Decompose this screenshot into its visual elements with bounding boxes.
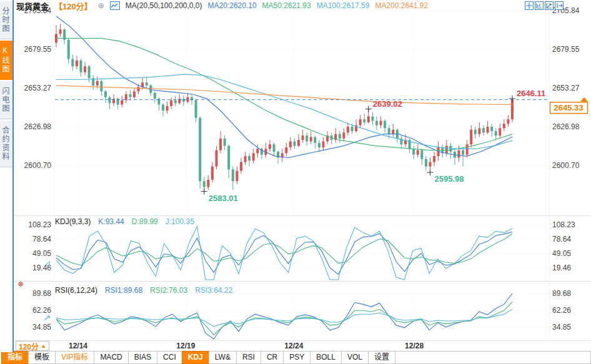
j-line [56, 227, 512, 280]
candle [227, 146, 230, 170]
detach-window-icon[interactable] [555, 1, 564, 10]
ind-tick-left: 49.05 [32, 249, 51, 258]
candle [449, 146, 452, 152]
date-label: 12/14 [64, 342, 92, 350]
pan-icon[interactable] [525, 1, 534, 10]
period-label: 120分 [19, 341, 39, 352]
price-up-arrow-icon [580, 97, 588, 102]
ma-settings-label[interactable]: MA(20,50,100,200,0,0) [126, 1, 202, 10]
tab-cr[interactable]: CR [261, 351, 284, 364]
ma100-value: MA100:2617.59 [317, 1, 370, 10]
price-tick-left: 2679.55 [24, 45, 52, 54]
price-tick-left: 2653.27 [24, 84, 52, 92]
ma-chart-icon[interactable] [110, 1, 120, 10]
candle [211, 167, 214, 180]
candle [219, 139, 222, 150]
tab-psy[interactable]: PSY [283, 351, 310, 364]
candle [121, 100, 123, 104]
chart-legend-header: 现货黄金 【120分】 ⊕ MA(20,50,100,200,0,0) MA20… [16, 0, 428, 11]
candle [76, 61, 78, 66]
tab-boll[interactable]: BOLL [310, 351, 342, 364]
candle [293, 142, 296, 146]
candle [392, 130, 394, 134]
candle [59, 29, 62, 34]
chart-canvas[interactable]: 2705.842705.842679.552679.552653.272653.… [0, 0, 591, 364]
candle [425, 159, 427, 167]
toolbar-spacer [395, 351, 591, 364]
candle [511, 100, 514, 119]
kdj-k-value: K:93.44 [98, 217, 124, 226]
candle [347, 127, 349, 132]
ma20-line [56, 16, 512, 157]
date-label: 12/19 [172, 342, 199, 350]
trend-tool-icon[interactable] [545, 1, 554, 10]
sidebar-item-kline-chart[interactable]: K线图 [0, 41, 12, 80]
candle [178, 99, 181, 103]
candle [133, 91, 136, 97]
candle [256, 149, 259, 153]
period-selector-button[interactable]: 120分 ▲ [16, 341, 49, 351]
tab-template[interactable]: 模板 [28, 351, 56, 364]
candle [305, 135, 308, 141]
kdj-title[interactable]: KDJ(9,3,3) [55, 217, 91, 226]
candle [224, 139, 226, 146]
candle [474, 130, 477, 134]
add-indicator-icon[interactable]: ⊕ [98, 1, 104, 10]
tab-indicator[interactable]: 指标 [1, 351, 29, 364]
tab-cci[interactable]: CCI [157, 351, 182, 364]
tab-kdj[interactable]: KDJ [182, 351, 209, 364]
candle [174, 100, 177, 103]
candle [371, 116, 374, 121]
tab-lw[interactable]: LW& [209, 351, 237, 364]
candle [420, 150, 423, 159]
candle [503, 124, 505, 128]
period-tag[interactable]: 【120分】 [54, 0, 92, 12]
axis-scale-icon[interactable] [535, 1, 544, 10]
indicator-toolbar: 指标 模板 VIP指标 MACD BIAS CCI KDJ LW& RSI CR… [0, 351, 591, 364]
candle [297, 140, 300, 145]
candle [359, 119, 362, 125]
tab-rsi[interactable]: RSI [236, 351, 261, 364]
candle [88, 66, 91, 78]
candle [429, 162, 431, 167]
candle [207, 180, 209, 187]
current-price-value: 2645.33 [554, 103, 584, 112]
kdj-header: KDJ(9,3,3) K:93.44 D:89.99 J:100.35 [55, 217, 194, 226]
ind-tick-right: 49.05 [552, 249, 571, 258]
candle [182, 99, 185, 102]
candle [67, 40, 70, 59]
candle [367, 116, 370, 122]
candle [199, 118, 201, 181]
kdj-d-value: D:89.99 [132, 217, 158, 226]
tab-macd[interactable]: MACD [94, 351, 128, 364]
candle [322, 142, 324, 147]
sidebar-item-lightning-chart[interactable]: 闪电图 [0, 81, 12, 119]
d-line [56, 234, 512, 265]
candle [154, 93, 156, 99]
ind-tick-right: 19.46 [552, 263, 571, 272]
candle [195, 100, 197, 117]
time-axis: 120分 ▲ 12/1412/1912/2412/28 [0, 340, 591, 351]
candle [507, 119, 509, 124]
tab-vol[interactable]: VOL [341, 351, 369, 364]
sidebar-item-time-chart[interactable]: 分时图 [0, 1, 12, 39]
rsi2-line [56, 302, 512, 335]
ind-tick-right: 62.26 [552, 306, 571, 315]
candle [302, 135, 304, 140]
rsi-title[interactable]: RSI(6,12,24) [55, 286, 97, 295]
ind-tick-left: 78.64 [32, 235, 51, 243]
candle [240, 162, 242, 171]
ind-tick-right: 78.64 [552, 235, 571, 243]
date-label: 12/24 [280, 342, 307, 350]
candle [417, 150, 419, 155]
rsi-header: RSI(6,12,24) RSI1:89.68 RSI2:76.03 RSI3:… [55, 286, 232, 295]
tab-settings[interactable]: 设置 [368, 351, 395, 364]
ind-tick-left: 34.85 [32, 323, 51, 332]
extreme-price-label: 2583.01 [209, 194, 238, 203]
extreme-price-label: 2646.11 [517, 89, 545, 98]
candle [244, 156, 247, 162]
sidebar-item-contract-info[interactable]: 合约资料 [0, 121, 12, 167]
candle [137, 87, 140, 91]
tab-bias[interactable]: BIAS [128, 351, 157, 364]
tab-vip-indicator[interactable]: VIP指标 [55, 351, 94, 364]
